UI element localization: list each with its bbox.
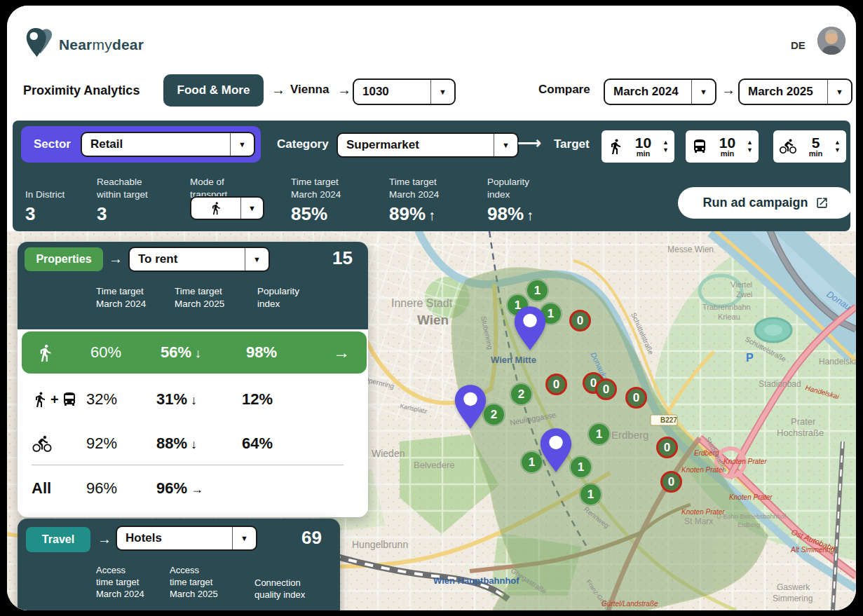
district-select[interactable]: 1030 ▼ (353, 78, 456, 105)
bike-minutes-unit: min (809, 150, 823, 158)
chevron-down-icon[interactable]: ▼ (827, 80, 851, 104)
filter-bar: Sector Retail ▼ Category Supermarket ▼ ⟶… (13, 121, 850, 231)
arrow-right-icon: → (721, 82, 735, 98)
sector-label: Sector (34, 137, 71, 151)
bus-icon (691, 138, 708, 155)
bus-stepper-down[interactable]: ▼ (747, 147, 753, 153)
category-label: Category (277, 137, 329, 151)
sector-select[interactable]: Retail ▼ (81, 132, 255, 157)
trend-down-icon: ↓ (195, 346, 201, 360)
column-header: Time targetMarch 2024 (96, 285, 166, 310)
period-to-value: March 2025 (740, 80, 827, 104)
map-zero-marker[interactable]: 0 (660, 471, 682, 493)
travel-type-select[interactable]: Hotels ▼ (116, 526, 257, 551)
brand-name: Nearmydear (59, 36, 144, 53)
map-pin-marker[interactable] (538, 427, 574, 473)
travel-panel: Travel → Hotels ▼ 69 Accesstime targetMa… (18, 519, 340, 610)
bus-icon (61, 391, 78, 408)
walk-stepper-up[interactable]: ▲ (662, 139, 669, 146)
user-avatar[interactable] (817, 27, 845, 55)
walk-minutes-unit: min (635, 150, 651, 158)
arrow-right-icon: → (97, 531, 111, 547)
bike-stepper-up[interactable]: ▲ (834, 139, 841, 146)
map-zero-marker[interactable]: 0 (545, 374, 567, 395)
pin-shape (452, 384, 489, 430)
category-select[interactable]: Supermarket ▼ (337, 132, 519, 158)
stat-time-target-2025: Time targetMarch 2024 89%↑ (389, 175, 439, 225)
table-row-walk[interactable]: 60% 56%↓ 98% → (22, 331, 367, 374)
stat-popularity-index: Popularityindex 98%↑ (487, 175, 534, 225)
chevron-down-icon[interactable]: ▼ (430, 80, 454, 104)
bike-stepper-down[interactable]: ▼ (834, 147, 841, 153)
map-zero-marker[interactable]: 0 (569, 310, 591, 331)
column-header: Connectionquality index (254, 577, 332, 601)
bus-minutes-value: 10 (719, 135, 735, 150)
map-pin-marker[interactable] (452, 384, 489, 430)
chevron-down-icon[interactable]: ▼ (245, 248, 269, 271)
properties-type-value: To rent (130, 248, 245, 271)
map-zero-marker[interactable]: 0 (625, 387, 647, 409)
walk-stepper-down[interactable]: ▼ (662, 147, 669, 153)
properties-count: 15 (332, 247, 353, 269)
category-food-button[interactable]: Food & More (163, 74, 264, 107)
bus-stepper-up[interactable]: ▲ (747, 139, 753, 146)
map-count-marker[interactable]: 2 (510, 383, 532, 405)
chevron-down-icon[interactable]: ▼ (232, 527, 256, 549)
stat-reachable: Reachablewithin target 3 (97, 175, 148, 225)
bike-icon (32, 434, 53, 453)
table-row-walk-bus[interactable]: + 32% 31%↓ 12% (18, 378, 368, 420)
trend-flat-icon: → (191, 482, 203, 496)
map-count-marker[interactable]: 1 (526, 280, 548, 301)
app-window: Innere StadtWienWien MitteWiedenBelveder… (7, 6, 856, 610)
row-divider (32, 465, 344, 465)
cell-value: 64% (242, 434, 309, 453)
map-pin-marker[interactable] (512, 306, 548, 351)
chevron-down-icon[interactable]: ▼ (691, 80, 715, 104)
column-header: Time targetMarch 2025 (175, 285, 245, 310)
arrow-long-icon: ⟶ (517, 133, 541, 153)
cell-value: 31%↓ (156, 390, 242, 409)
map-count-marker[interactable]: 1 (588, 423, 610, 445)
arrow-right-icon: → (271, 82, 285, 98)
map-zero-marker[interactable]: 0 (595, 378, 617, 400)
bus-time-stepper[interactable]: 10 min ▲▼ (686, 130, 759, 163)
stat-time-target-2024: Time targetMarch 2024 85% (291, 175, 341, 225)
chevron-down-icon[interactable]: ▼ (494, 134, 517, 156)
pin-shape (512, 306, 548, 351)
column-header: Accesstime targetMarch 2025 (170, 565, 240, 601)
locale-label[interactable]: DE (791, 39, 806, 51)
compare-label: Compare (538, 83, 590, 97)
transport-mode-select[interactable]: ▼ (190, 196, 264, 220)
table-row-bike[interactable]: 92% 88%↓ 64% (18, 423, 368, 465)
map-count-marker[interactable]: 1 (580, 484, 602, 505)
map-zero-marker[interactable]: 0 (656, 437, 678, 458)
properties-type-select[interactable]: To rent ▼ (128, 247, 270, 272)
walk-icon (32, 391, 48, 408)
bike-time-stepper[interactable]: 5 min ▲▼ (773, 130, 846, 163)
chevron-down-icon[interactable]: ▼ (240, 198, 263, 219)
cell-value: 88%↓ (156, 434, 242, 453)
trend-down-icon: ↓ (191, 437, 197, 451)
column-header: Popularityindex (257, 285, 327, 310)
toolbar: Proximity Analytics Food & More → Vienna… (7, 73, 856, 119)
target-label: Target (554, 137, 590, 151)
cell-value: 98% (246, 343, 313, 362)
cell-value: 96%→ (156, 479, 242, 498)
trend-up-icon: ↑ (526, 207, 534, 223)
properties-chip-button[interactable]: Properties (25, 247, 103, 271)
category-select-value: Supermarket (338, 134, 494, 156)
walk-time-stepper[interactable]: 10 min ▲▼ (602, 130, 674, 163)
brand-logo-pin-icon (25, 27, 55, 59)
run-ad-campaign-button[interactable]: Run ad campaign (678, 187, 853, 219)
chevron-down-icon[interactable]: ▼ (230, 133, 254, 156)
arrow-right-icon: → (109, 251, 123, 267)
table-row-all[interactable]: All 96% 96%→ (18, 467, 368, 509)
pin-shape (538, 427, 574, 473)
sector-group: Sector Retail ▼ (21, 126, 261, 163)
row-arrow-icon[interactable]: → (313, 343, 367, 362)
external-link-icon (815, 196, 829, 210)
period-from-select[interactable]: March 2024 ▼ (604, 78, 716, 105)
travel-chip-button[interactable]: Travel (26, 527, 90, 552)
period-to-select[interactable]: March 2025 ▼ (738, 78, 852, 105)
bike-minutes-value: 5 (809, 135, 823, 150)
